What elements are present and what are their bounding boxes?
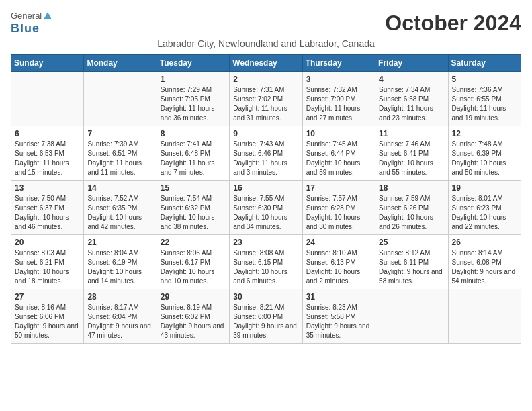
calendar-table: SundayMondayTuesdayWednesdayThursdayFrid… xyxy=(11,54,521,344)
day-info: Sunrise: 8:21 AM Sunset: 6:00 PM Dayligh… xyxy=(233,303,298,340)
calendar-cell: 10Sunrise: 7:45 AM Sunset: 6:44 PM Dayli… xyxy=(302,126,375,181)
calendar-cell: 17Sunrise: 7:57 AM Sunset: 6:28 PM Dayli… xyxy=(302,181,375,235)
day-number: 24 xyxy=(306,238,371,247)
day-info: Sunrise: 7:34 AM Sunset: 6:58 PM Dayligh… xyxy=(379,85,444,123)
day-number: 7 xyxy=(87,129,152,138)
day-number: 21 xyxy=(87,238,152,247)
calendar-cell: 4Sunrise: 7:34 AM Sunset: 6:58 PM Daylig… xyxy=(375,72,448,126)
calendar-cell: 20Sunrise: 8:03 AM Sunset: 6:21 PM Dayli… xyxy=(11,235,84,289)
day-number: 14 xyxy=(87,183,152,193)
calendar-cell: 13Sunrise: 7:50 AM Sunset: 6:37 PM Dayli… xyxy=(11,181,84,235)
calendar-week-row: 27Sunrise: 8:16 AM Sunset: 6:06 PM Dayli… xyxy=(11,289,521,344)
calendar-cell: 7Sunrise: 7:39 AM Sunset: 6:51 PM Daylig… xyxy=(84,126,157,181)
day-number: 23 xyxy=(233,238,298,247)
day-number: 3 xyxy=(306,75,371,84)
day-number: 11 xyxy=(379,129,444,138)
day-info: Sunrise: 7:36 AM Sunset: 6:55 PM Dayligh… xyxy=(452,85,517,123)
day-info: Sunrise: 7:54 AM Sunset: 6:32 PM Dayligh… xyxy=(161,194,226,232)
calendar-cell xyxy=(11,72,84,126)
day-number: 10 xyxy=(306,129,371,138)
day-info: Sunrise: 7:29 AM Sunset: 7:05 PM Dayligh… xyxy=(161,85,226,123)
day-info: Sunrise: 8:23 AM Sunset: 5:58 PM Dayligh… xyxy=(306,303,371,340)
day-info: Sunrise: 7:41 AM Sunset: 6:48 PM Dayligh… xyxy=(161,140,226,177)
calendar-header-row: SundayMondayTuesdayWednesdayThursdayFrid… xyxy=(11,55,521,72)
day-number: 16 xyxy=(233,183,298,193)
logo-triangle-icon xyxy=(44,12,52,19)
day-info: Sunrise: 8:10 AM Sunset: 6:13 PM Dayligh… xyxy=(306,248,371,286)
day-number: 8 xyxy=(161,129,226,138)
logo: General Blue xyxy=(11,11,52,36)
day-info: Sunrise: 7:59 AM Sunset: 6:26 PM Dayligh… xyxy=(379,194,444,232)
day-header-wednesday: Wednesday xyxy=(230,55,302,72)
calendar-cell: 19Sunrise: 8:01 AM Sunset: 6:23 PM Dayli… xyxy=(448,181,521,235)
calendar-cell: 24Sunrise: 8:10 AM Sunset: 6:13 PM Dayli… xyxy=(302,235,375,289)
calendar-cell: 16Sunrise: 7:55 AM Sunset: 6:30 PM Dayli… xyxy=(230,181,302,235)
calendar-cell xyxy=(448,289,521,344)
day-number: 25 xyxy=(379,238,444,247)
calendar-week-row: 6Sunrise: 7:38 AM Sunset: 6:53 PM Daylig… xyxy=(11,126,521,181)
day-number: 28 xyxy=(87,292,152,302)
day-number: 9 xyxy=(233,129,298,138)
day-number: 30 xyxy=(233,292,298,302)
day-info: Sunrise: 7:31 AM Sunset: 7:02 PM Dayligh… xyxy=(233,85,298,123)
calendar-cell: 31Sunrise: 8:23 AM Sunset: 5:58 PM Dayli… xyxy=(302,289,375,344)
day-info: Sunrise: 8:06 AM Sunset: 6:17 PM Dayligh… xyxy=(161,248,226,286)
day-info: Sunrise: 7:38 AM Sunset: 6:53 PM Dayligh… xyxy=(15,140,80,177)
day-number: 17 xyxy=(306,183,371,193)
logo-blue: Blue xyxy=(11,21,52,36)
day-header-monday: Monday xyxy=(84,55,157,72)
calendar-cell: 2Sunrise: 7:31 AM Sunset: 7:02 PM Daylig… xyxy=(230,72,302,126)
day-info: Sunrise: 7:48 AM Sunset: 6:39 PM Dayligh… xyxy=(452,140,517,177)
calendar-cell: 12Sunrise: 7:48 AM Sunset: 6:39 PM Dayli… xyxy=(448,126,521,181)
day-header-thursday: Thursday xyxy=(302,55,375,72)
day-info: Sunrise: 7:39 AM Sunset: 6:51 PM Dayligh… xyxy=(87,140,152,177)
calendar-week-row: 13Sunrise: 7:50 AM Sunset: 6:37 PM Dayli… xyxy=(11,181,521,235)
logo-general: General xyxy=(11,11,42,21)
day-info: Sunrise: 8:12 AM Sunset: 6:11 PM Dayligh… xyxy=(379,248,444,286)
day-header-tuesday: Tuesday xyxy=(157,55,229,72)
calendar-cell: 30Sunrise: 8:21 AM Sunset: 6:00 PM Dayli… xyxy=(230,289,302,344)
day-number: 6 xyxy=(15,129,80,138)
day-number: 31 xyxy=(306,292,371,302)
day-number: 15 xyxy=(161,183,226,193)
day-header-sunday: Sunday xyxy=(11,55,84,72)
calendar-cell: 8Sunrise: 7:41 AM Sunset: 6:48 PM Daylig… xyxy=(157,126,229,181)
day-info: Sunrise: 8:08 AM Sunset: 6:15 PM Dayligh… xyxy=(233,248,298,286)
day-number: 26 xyxy=(452,238,517,247)
day-info: Sunrise: 8:04 AM Sunset: 6:19 PM Dayligh… xyxy=(87,248,152,286)
day-info: Sunrise: 8:19 AM Sunset: 6:02 PM Dayligh… xyxy=(161,303,226,340)
day-info: Sunrise: 8:17 AM Sunset: 6:04 PM Dayligh… xyxy=(87,303,152,340)
day-header-saturday: Saturday xyxy=(448,55,521,72)
calendar-cell: 1Sunrise: 7:29 AM Sunset: 7:05 PM Daylig… xyxy=(157,72,229,126)
day-number: 12 xyxy=(452,129,517,138)
day-number: 22 xyxy=(161,238,226,247)
day-info: Sunrise: 7:57 AM Sunset: 6:28 PM Dayligh… xyxy=(306,194,371,232)
day-info: Sunrise: 8:03 AM Sunset: 6:21 PM Dayligh… xyxy=(15,248,80,286)
day-number: 13 xyxy=(15,183,80,193)
day-info: Sunrise: 7:46 AM Sunset: 6:41 PM Dayligh… xyxy=(379,140,444,177)
calendar-cell: 11Sunrise: 7:46 AM Sunset: 6:41 PM Dayli… xyxy=(375,126,448,181)
day-number: 20 xyxy=(15,238,80,247)
day-number: 27 xyxy=(15,292,80,302)
calendar-cell xyxy=(84,72,157,126)
day-info: Sunrise: 7:55 AM Sunset: 6:30 PM Dayligh… xyxy=(233,194,298,232)
day-number: 29 xyxy=(161,292,226,302)
day-number: 5 xyxy=(452,75,517,84)
calendar-cell: 3Sunrise: 7:32 AM Sunset: 7:00 PM Daylig… xyxy=(302,72,375,126)
calendar-cell: 29Sunrise: 8:19 AM Sunset: 6:02 PM Dayli… xyxy=(157,289,229,344)
calendar-cell: 21Sunrise: 8:04 AM Sunset: 6:19 PM Dayli… xyxy=(84,235,157,289)
day-number: 19 xyxy=(452,183,517,193)
day-info: Sunrise: 7:32 AM Sunset: 7:00 PM Dayligh… xyxy=(306,85,371,123)
day-info: Sunrise: 7:45 AM Sunset: 6:44 PM Dayligh… xyxy=(306,140,371,177)
calendar-cell: 14Sunrise: 7:52 AM Sunset: 6:35 PM Dayli… xyxy=(84,181,157,235)
day-number: 2 xyxy=(233,75,298,84)
calendar-cell: 28Sunrise: 8:17 AM Sunset: 6:04 PM Dayli… xyxy=(84,289,157,344)
day-number: 18 xyxy=(379,183,444,193)
day-info: Sunrise: 8:14 AM Sunset: 6:08 PM Dayligh… xyxy=(452,248,517,286)
calendar-cell: 18Sunrise: 7:59 AM Sunset: 6:26 PM Dayli… xyxy=(375,181,448,235)
calendar-cell: 15Sunrise: 7:54 AM Sunset: 6:32 PM Dayli… xyxy=(157,181,229,235)
calendar-week-row: 20Sunrise: 8:03 AM Sunset: 6:21 PM Dayli… xyxy=(11,235,521,289)
day-info: Sunrise: 7:52 AM Sunset: 6:35 PM Dayligh… xyxy=(87,194,152,232)
calendar-cell: 25Sunrise: 8:12 AM Sunset: 6:11 PM Dayli… xyxy=(375,235,448,289)
day-info: Sunrise: 8:01 AM Sunset: 6:23 PM Dayligh… xyxy=(452,194,517,232)
